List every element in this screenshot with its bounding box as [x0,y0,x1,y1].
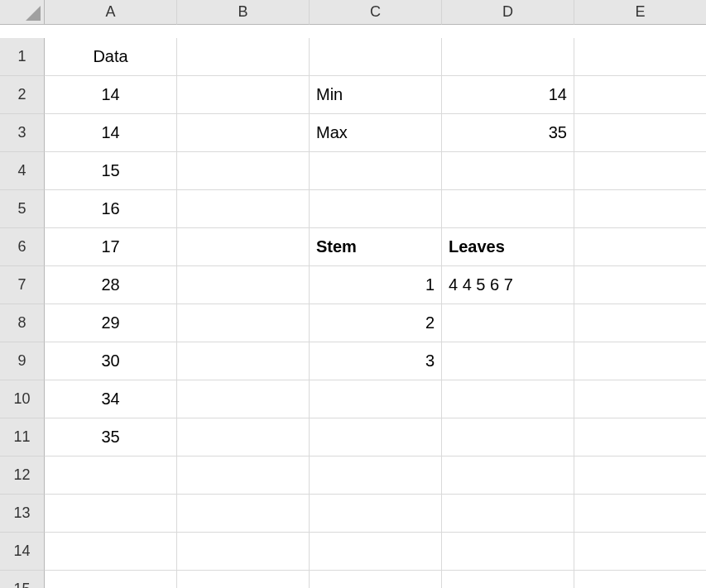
row-head-11[interactable]: 11 [0,418,45,457]
row-head-7[interactable]: 7 [0,266,45,304]
cell-E10[interactable] [574,380,706,418]
cell-C15[interactable] [310,571,442,588]
cell-E3[interactable] [574,114,706,152]
cell-D12[interactable] [442,457,574,495]
cell-C10[interactable] [310,380,442,418]
col-head-B[interactable]: B [177,0,310,25]
cell-E15[interactable] [574,571,706,588]
cell-E6[interactable] [574,228,706,266]
col-head-A[interactable]: A [45,0,177,25]
cell-B8[interactable] [177,304,310,342]
cell-B4[interactable] [177,152,310,190]
cell-E12[interactable] [574,457,706,495]
row-head-3[interactable]: 3 [0,114,45,152]
cell-A5[interactable]: 16 [45,190,177,228]
row-head-12[interactable]: 12 [0,457,45,495]
cell-A9[interactable]: 30 [45,342,177,380]
cell-C14[interactable] [310,533,442,571]
cell-D5[interactable] [442,190,574,228]
cell-B9[interactable] [177,342,310,380]
row-head-13[interactable]: 13 [0,495,45,533]
cell-A2[interactable]: 14 [45,76,177,114]
cell-B14[interactable] [177,533,310,571]
cell-B3[interactable] [177,114,310,152]
cell-A12[interactable] [45,457,177,495]
col-head-C[interactable]: C [310,0,442,25]
cell-D2[interactable]: 14 [442,76,574,114]
cell-E5[interactable] [574,190,706,228]
cell-E2[interactable] [574,76,706,114]
cell-E11[interactable] [574,418,706,457]
cell-B5[interactable] [177,190,310,228]
row-head-15[interactable]: 15 [0,571,45,588]
cell-D15[interactable] [442,571,574,588]
cell-A11[interactable]: 35 [45,418,177,457]
cell-A14[interactable] [45,533,177,571]
cell-C2[interactable]: Min [310,76,442,114]
cell-D1[interactable] [442,38,574,76]
row-head-4[interactable]: 4 [0,152,45,190]
cell-C7-text: 1 [425,275,435,294]
cell-A1-text: Data [93,47,127,66]
cell-C13[interactable] [310,495,442,533]
cell-D6[interactable]: Leaves [442,228,574,266]
cell-D14[interactable] [442,533,574,571]
row-head-10[interactable]: 10 [0,380,45,418]
cell-D3[interactable]: 35 [442,114,574,152]
cell-D13[interactable] [442,495,574,533]
cell-B7[interactable] [177,266,310,304]
cell-B2[interactable] [177,76,310,114]
row-head-2[interactable]: 2 [0,76,45,114]
cell-E1[interactable] [574,38,706,76]
cell-A6[interactable]: 17 [45,228,177,266]
cell-C7[interactable]: 1 [310,266,442,304]
cell-C12[interactable] [310,457,442,495]
cell-C8[interactable]: 2 [310,304,442,342]
cell-C6[interactable]: Stem [310,228,442,266]
cell-E13[interactable] [574,495,706,533]
cell-A13[interactable] [45,495,177,533]
cell-E4[interactable] [574,152,706,190]
cell-E8[interactable] [574,304,706,342]
row-head-8[interactable]: 8 [0,304,45,342]
cell-A7[interactable]: 28 [45,266,177,304]
cell-A3[interactable]: 14 [45,114,177,152]
cell-C1[interactable] [310,38,442,76]
cell-B13[interactable] [177,495,310,533]
cell-A4[interactable]: 15 [45,152,177,190]
cell-E9[interactable] [574,342,706,380]
cell-B1[interactable] [177,38,310,76]
row-head-9[interactable]: 9 [0,342,45,380]
cell-D7[interactable]: 4 4 5 6 7 [442,266,574,304]
cell-B11[interactable] [177,418,310,457]
cell-A8[interactable]: 29 [45,304,177,342]
col-head-E[interactable]: E [574,0,706,25]
row-head-6[interactable]: 6 [0,228,45,266]
cell-A10[interactable]: 34 [45,380,177,418]
cell-B10[interactable] [177,380,310,418]
cell-C3-text: Max [316,123,348,142]
cell-A1[interactable]: Data [45,38,177,76]
cell-C11[interactable] [310,418,442,457]
select-all-corner[interactable] [0,0,45,25]
cell-B6[interactable] [177,228,310,266]
row-head-14[interactable]: 14 [0,533,45,571]
cell-D11[interactable] [442,418,574,457]
cell-E7[interactable] [574,266,706,304]
cell-D10[interactable] [442,380,574,418]
cell-B12[interactable] [177,457,310,495]
cell-C9[interactable]: 3 [310,342,442,380]
cell-E14[interactable] [574,533,706,571]
row-head-1[interactable]: 1 [0,38,45,76]
cell-C5[interactable] [310,190,442,228]
cell-C3[interactable]: Max [310,114,442,152]
cell-D8[interactable] [442,304,574,342]
col-head-D[interactable]: D [442,0,574,25]
cell-D9[interactable] [442,342,574,380]
cell-A15[interactable] [45,571,177,588]
cell-A5-text: 16 [101,199,119,218]
cell-C4[interactable] [310,152,442,190]
cell-B15[interactable] [177,571,310,588]
cell-D4[interactable] [442,152,574,190]
row-head-5[interactable]: 5 [0,190,45,228]
